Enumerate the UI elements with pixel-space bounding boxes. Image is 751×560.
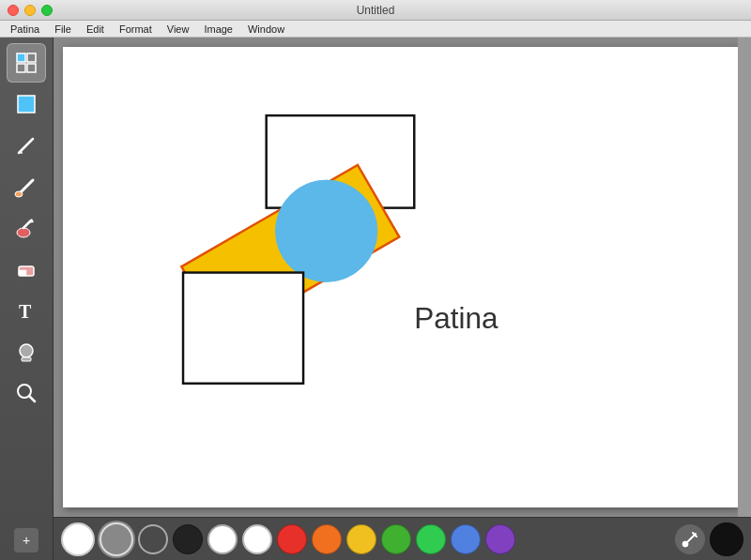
svg-rect-16 xyxy=(22,357,31,361)
close-button[interactable] xyxy=(8,5,19,16)
zoom-plus-button[interactable]: + xyxy=(14,528,38,552)
menu-image[interactable]: Image xyxy=(197,23,239,36)
vertical-scrollbar[interactable] xyxy=(738,38,751,517)
menu-file[interactable]: File xyxy=(48,23,78,36)
traffic-lights xyxy=(8,5,53,16)
svg-rect-3 xyxy=(27,64,36,72)
svg-rect-22 xyxy=(183,273,303,384)
color-swatch-red[interactable] xyxy=(277,524,307,554)
svg-point-8 xyxy=(15,191,23,197)
text-tool[interactable]: T xyxy=(7,291,46,330)
drawing-svg: Patina xyxy=(63,47,738,507)
stamp-tool[interactable] xyxy=(7,332,46,371)
svg-text:T: T xyxy=(19,301,32,322)
toolbar: T + xyxy=(0,38,54,560)
color-swatch-selector[interactable] xyxy=(100,522,133,556)
svg-rect-2 xyxy=(17,64,25,72)
menu-patina[interactable]: Patina xyxy=(4,23,46,36)
svg-text:Patina: Patina xyxy=(414,301,498,335)
svg-point-9 xyxy=(17,228,30,237)
svg-rect-1 xyxy=(27,53,36,62)
canvas-area: Patina xyxy=(54,38,751,560)
eyedropper-button[interactable] xyxy=(675,524,705,554)
zoom-tool[interactable] xyxy=(7,373,46,413)
pencil-tool[interactable] xyxy=(7,126,46,165)
minimize-button[interactable] xyxy=(24,5,36,16)
svg-line-18 xyxy=(29,396,35,401)
paint-tool[interactable] xyxy=(7,208,46,248)
svg-rect-4 xyxy=(18,96,35,113)
canvas[interactable]: Patina xyxy=(63,47,738,507)
select-tool[interactable] xyxy=(7,84,46,124)
eraser-tool[interactable] xyxy=(7,250,46,289)
maximize-button[interactable] xyxy=(41,5,53,16)
app-body: T + xyxy=(0,38,751,560)
current-color-swatch[interactable] xyxy=(61,522,95,556)
color-swatch-yellow[interactable] xyxy=(346,524,376,554)
color-swatch-black-right[interactable] xyxy=(710,522,743,556)
color-swatch-green[interactable] xyxy=(416,524,446,554)
svg-point-21 xyxy=(276,180,377,281)
color-swatch-white[interactable] xyxy=(207,524,238,554)
color-swatch-dark-green[interactable] xyxy=(381,524,411,554)
menu-view[interactable]: View xyxy=(161,23,196,36)
canvas-scroll[interactable]: Patina xyxy=(54,38,751,517)
svg-rect-0 xyxy=(17,53,25,62)
grid-tool[interactable] xyxy=(7,43,46,83)
svg-point-15 xyxy=(20,344,33,357)
svg-point-25 xyxy=(682,541,688,547)
color-swatch-outline[interactable] xyxy=(138,524,168,554)
menubar: Patina File Edit Format View Image Windo… xyxy=(0,21,751,38)
color-swatch-blue[interactable] xyxy=(451,524,481,554)
svg-line-7 xyxy=(20,180,33,193)
color-swatch-orange[interactable] xyxy=(312,524,342,554)
window-title: Untitled xyxy=(357,4,395,17)
color-swatch-black[interactable] xyxy=(173,524,203,554)
menu-edit[interactable]: Edit xyxy=(80,23,111,36)
palette-bar xyxy=(54,517,751,560)
color-swatch-purple[interactable] xyxy=(485,524,515,554)
svg-rect-13 xyxy=(19,270,26,276)
menu-format[interactable]: Format xyxy=(113,23,159,36)
menu-window[interactable]: Window xyxy=(241,23,291,36)
color-swatch-light-gray[interactable] xyxy=(242,524,272,554)
titlebar: Untitled xyxy=(0,0,751,21)
brush-tool[interactable] xyxy=(7,167,46,206)
svg-marker-11 xyxy=(27,219,34,223)
